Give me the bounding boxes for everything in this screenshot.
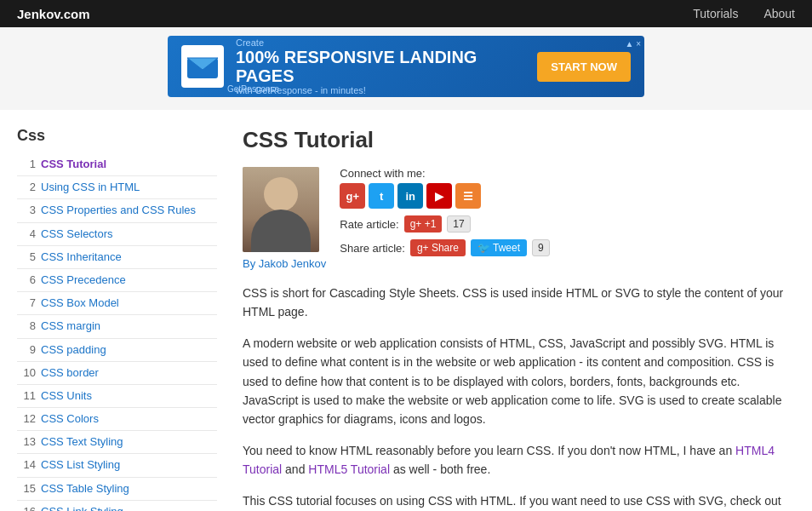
sidebar-item-link[interactable]: CSS Colors: [41, 411, 99, 427]
sidebar-item-link[interactable]: CSS padding: [41, 342, 106, 358]
sidebar-list-item: 12CSS Colors: [17, 408, 217, 431]
sidebar: Css 1CSS Tutorial2Using CSS in HTML3CSS …: [17, 127, 234, 511]
author-name[interactable]: By Jakob Jenkov: [243, 257, 326, 270]
p3-text-before: You need to know HTML reasonably before …: [243, 444, 735, 457]
nav-about[interactable]: About: [763, 7, 795, 20]
paragraph-4: This CSS tutorial focuses on using CSS w…: [243, 491, 795, 511]
ad-inner: Create 100% RESPONSIVE LANDING PAGES wit…: [168, 36, 644, 97]
sidebar-list-item: 3CSS Properties and CSS Rules: [17, 199, 217, 222]
sidebar-item-num: 14: [17, 457, 36, 473]
sidebar-item-link[interactable]: CSS Inheritance: [41, 250, 122, 265]
share-twitter-button[interactable]: 🐦 Tweet: [471, 239, 527, 256]
sidebar-list-item: 6CSS Precedence: [17, 269, 217, 292]
sidebar-item-num: 1: [17, 157, 36, 172]
sidebar-item-num: 2: [17, 180, 36, 195]
share-block: Share article: g+ Share 🐦 Tweet 9: [340, 239, 549, 256]
content-body: CSS is short for Cascading Style Sheets.…: [243, 284, 795, 511]
sidebar-item-link[interactable]: CSS List Styling: [41, 457, 120, 473]
sidebar-list-item: 16CSS Link Styling: [17, 501, 217, 511]
sidebar-item-link[interactable]: CSS Text Styling: [41, 434, 123, 450]
author-section: By Jakob Jenkov Connect with me: g+ t in…: [243, 167, 795, 270]
sidebar-list-item: 5CSS Inheritance: [17, 246, 217, 269]
rate-block: Rate article: g+ +1 17: [340, 215, 549, 233]
sidebar-item-link[interactable]: CSS Box Model: [41, 296, 119, 311]
content-area: CSS Tutorial By Jakob Jenkov Connect wit…: [234, 127, 795, 511]
connect-block: Connect with me: g+ t in ▶ ☰: [340, 167, 549, 209]
sidebar-item-link[interactable]: CSS Tutorial: [41, 157, 106, 172]
rate-count: 17: [447, 215, 470, 233]
sidebar-item-num: 7: [17, 296, 36, 311]
sidebar-list-item: 10CSS border: [17, 362, 217, 385]
sidebar-item-num: 5: [17, 250, 36, 265]
sidebar-item-num: 4: [17, 227, 36, 242]
author-photo-block: By Jakob Jenkov: [243, 167, 326, 270]
p3-text-after: as well - both free.: [390, 462, 490, 476]
sidebar-item-num: 6: [17, 273, 36, 288]
tweet-count: 9: [532, 239, 550, 256]
nav-tutorials[interactable]: Tutorials: [693, 7, 738, 20]
sidebar-list-item: 15CSS Table Styling: [17, 478, 217, 501]
ad-cta-button[interactable]: START NOW: [537, 52, 631, 82]
sidebar-list-item: 11CSS Units: [17, 385, 217, 408]
ad-brand: GetResponse: [227, 84, 279, 94]
rate-label: Rate article:: [340, 218, 398, 231]
sidebar-list-item: 9CSS padding: [17, 339, 217, 362]
sidebar-item-link[interactable]: CSS Precedence: [41, 273, 126, 288]
connect-label: Connect with me:: [340, 167, 549, 180]
sidebar-list-item: 13CSS Text Styling: [17, 431, 217, 454]
sidebar-item-link[interactable]: CSS border: [41, 365, 99, 381]
googleplus-icon[interactable]: g+: [340, 183, 365, 209]
sidebar-item-link[interactable]: CSS Table Styling: [41, 481, 129, 497]
sidebar-list-item: 14CSS List Styling: [17, 454, 217, 477]
linkedin-icon[interactable]: in: [397, 183, 423, 209]
page-title: CSS Tutorial: [243, 127, 795, 153]
paragraph-3: You need to know HTML reasonably before …: [243, 441, 795, 479]
html5-tutorial-link[interactable]: HTML5 Tutorial: [308, 462, 390, 476]
sidebar-item-num: 12: [17, 411, 36, 427]
nav-links: Tutorials About: [693, 7, 795, 20]
author-photo: [243, 167, 319, 252]
ad-corner: ▲ ×: [625, 39, 641, 49]
sidebar-item-num: 11: [17, 388, 36, 404]
site-logo[interactable]: Jenkov.com: [17, 7, 90, 21]
social-block: Connect with me: g+ t in ▶ ☰ Rate articl…: [340, 167, 549, 270]
ad-headline: 100% RESPONSIVE LANDING PAGES: [236, 48, 525, 85]
paragraph-1: CSS is short for Cascading Style Sheets.…: [243, 284, 795, 322]
ad-logo-icon: [181, 45, 224, 88]
sidebar-item-num: 3: [17, 203, 36, 218]
sidebar-item-link[interactable]: Using CSS in HTML: [41, 180, 140, 195]
sidebar-item-num: 8: [17, 319, 36, 334]
sidebar-list-item: 7CSS Box Model: [17, 292, 217, 315]
social-icons: g+ t in ▶ ☰: [340, 183, 549, 209]
sidebar-item-num: 15: [17, 481, 36, 497]
p4-text-before: This CSS tutorial focuses on using CSS w…: [243, 494, 781, 511]
rate-button[interactable]: g+ +1: [404, 215, 443, 233]
sidebar-list-item: 1CSS Tutorial: [17, 153, 217, 176]
sidebar-list-item: 2Using CSS in HTML: [17, 176, 217, 199]
sidebar-title: Css: [17, 127, 217, 145]
sidebar-list: 1CSS Tutorial2Using CSS in HTML3CSS Prop…: [17, 153, 217, 511]
sidebar-item-num: 16: [17, 504, 36, 511]
author-photo-inner: [243, 167, 319, 252]
sidebar-list-item: 4CSS Selectors: [17, 223, 217, 246]
rss-icon[interactable]: ☰: [455, 183, 481, 209]
sidebar-item-link[interactable]: CSS Units: [41, 388, 92, 404]
main-container: Css 1CSS Tutorial2Using CSS in HTML3CSS …: [0, 110, 812, 511]
p3-text-mid: and: [282, 462, 308, 476]
paragraph-2: A modern website or web application cons…: [243, 334, 795, 429]
sidebar-item-link[interactable]: CSS Properties and CSS Rules: [41, 203, 196, 218]
sidebar-item-link[interactable]: CSS margin: [41, 319, 100, 334]
sidebar-item-link[interactable]: CSS Link Styling: [41, 504, 123, 511]
sidebar-item-link[interactable]: CSS Selectors: [41, 227, 113, 242]
share-gplus-button[interactable]: g+ Share: [410, 239, 466, 256]
sidebar-item-num: 10: [17, 365, 36, 381]
sidebar-list-item: 8CSS margin: [17, 315, 217, 338]
ad-create-label: Create: [236, 37, 525, 48]
ad-banner: Create 100% RESPONSIVE LANDING PAGES wit…: [0, 27, 812, 110]
navigation: Jenkov.com Tutorials About: [0, 0, 812, 27]
twitter-icon[interactable]: t: [369, 183, 394, 209]
share-label: Share article:: [340, 242, 405, 255]
youtube-icon[interactable]: ▶: [426, 183, 452, 209]
sidebar-item-num: 13: [17, 434, 36, 450]
sidebar-item-num: 9: [17, 342, 36, 358]
